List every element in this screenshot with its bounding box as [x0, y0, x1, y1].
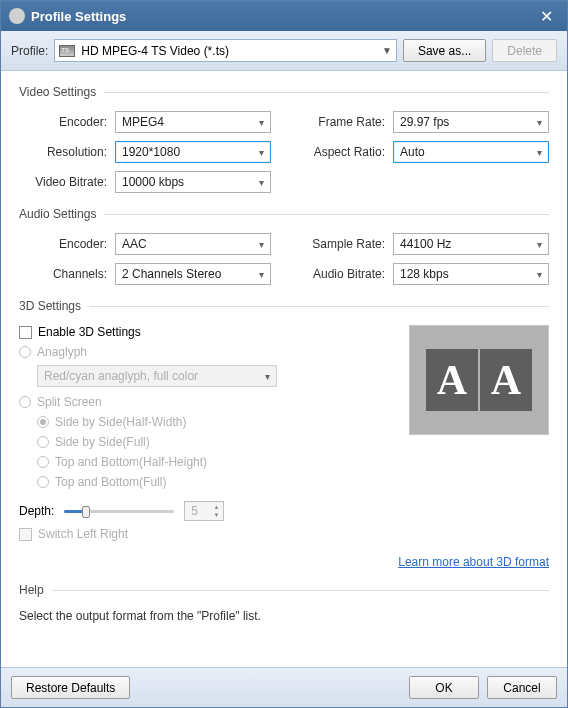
audio-encoder-value: AAC: [122, 237, 259, 251]
preview-left-a: A: [426, 349, 478, 411]
profile-label: Profile:: [11, 44, 48, 58]
chevron-down-icon: ▾: [537, 269, 542, 280]
video-bitrate-select[interactable]: 10000 kbps ▾: [115, 171, 271, 193]
depth-slider[interactable]: [64, 504, 174, 518]
video-settings-group: Video Settings Encoder: MPEG4 ▾ Frame Ra…: [19, 85, 549, 193]
aspect-value: Auto: [400, 145, 537, 159]
aspect-label: Aspect Ratio:: [297, 145, 393, 159]
audio-group-title: Audio Settings: [19, 207, 96, 221]
chevron-down-icon: ▾: [259, 177, 264, 188]
switch-lr-checkbox[interactable]: [19, 528, 32, 541]
anaglyph-value: Red/cyan anaglyph, full color: [44, 369, 265, 383]
chevron-down-icon: ▾: [259, 117, 264, 128]
framerate-select[interactable]: 29.97 fps ▾: [393, 111, 549, 133]
slider-thumb-icon: [82, 506, 90, 518]
channels-value: 2 Channels Stereo: [122, 267, 259, 281]
audio-bitrate-value: 128 kbps: [400, 267, 537, 281]
profile-select[interactable]: HD MPEG-4 TS Video (*.ts) ▼: [54, 39, 397, 62]
resolution-select[interactable]: 1920*1080 ▾: [115, 141, 271, 163]
tab-full-label: Top and Bottom(Full): [55, 475, 166, 489]
tab-full-radio[interactable]: [37, 476, 49, 488]
app-icon: [9, 8, 25, 24]
chevron-down-icon: ▾: [537, 239, 542, 250]
restore-defaults-label: Restore Defaults: [26, 681, 115, 695]
switch-lr-label: Switch Left Right: [38, 527, 128, 541]
window: Profile Settings ✕ Profile: HD MPEG-4 TS…: [0, 0, 568, 708]
chevron-down-icon: ▼: [210, 511, 222, 519]
chevron-down-icon: ▾: [537, 147, 542, 158]
ok-button[interactable]: OK: [409, 676, 479, 699]
samplerate-select[interactable]: 44100 Hz ▾: [393, 233, 549, 255]
audio-bitrate-label: Audio Bitrate:: [297, 267, 393, 281]
video-encoder-value: MPEG4: [122, 115, 259, 129]
channels-label: Channels:: [19, 267, 115, 281]
window-title: Profile Settings: [31, 9, 534, 24]
divider: [104, 92, 549, 93]
help-group-title: Help: [19, 583, 44, 597]
enable-3d-checkbox[interactable]: [19, 326, 32, 339]
resolution-label: Resolution:: [19, 145, 115, 159]
chevron-down-icon: ▾: [259, 269, 264, 280]
divider: [52, 590, 549, 591]
chevron-up-icon: ▲: [210, 503, 222, 511]
chevron-down-icon: ▾: [259, 147, 264, 158]
cancel-label: Cancel: [503, 681, 540, 695]
sbs-half-radio[interactable]: [37, 416, 49, 428]
framerate-value: 29.97 fps: [400, 115, 537, 129]
titlebar: Profile Settings ✕: [1, 1, 567, 31]
audio-bitrate-select[interactable]: 128 kbps ▾: [393, 263, 549, 285]
delete-label: Delete: [507, 44, 542, 58]
close-icon[interactable]: ✕: [534, 7, 559, 26]
sbs-full-radio[interactable]: [37, 436, 49, 448]
enable-3d-label: Enable 3D Settings: [38, 325, 141, 339]
aspect-ratio-select[interactable]: Auto ▾: [393, 141, 549, 163]
audio-settings-group: Audio Settings Encoder: AAC ▾ Sample Rat…: [19, 207, 549, 285]
chevron-down-icon: ▼: [382, 45, 392, 56]
anaglyph-mode-select[interactable]: Red/cyan anaglyph, full color ▾: [37, 365, 277, 387]
cancel-button[interactable]: Cancel: [487, 676, 557, 699]
profile-value: HD MPEG-4 TS Video (*.ts): [81, 44, 382, 58]
channels-select[interactable]: 2 Channels Stereo ▾: [115, 263, 271, 285]
3d-preview: A A: [409, 325, 549, 435]
help-group: Help Select the output format from the "…: [19, 583, 549, 623]
split-screen-radio[interactable]: [19, 396, 31, 408]
depth-label: Depth:: [19, 504, 54, 518]
resolution-value: 1920*1080: [122, 145, 259, 159]
delete-button[interactable]: Delete: [492, 39, 557, 62]
ok-label: OK: [435, 681, 452, 695]
save-as-label: Save as...: [418, 44, 471, 58]
divider: [89, 306, 549, 307]
chevron-down-icon: ▾: [259, 239, 264, 250]
bottom-bar: Restore Defaults OK Cancel: [1, 667, 567, 707]
sbs-half-label: Side by Side(Half-Width): [55, 415, 186, 429]
save-as-button[interactable]: Save as...: [403, 39, 486, 62]
sbs-full-label: Side by Side(Full): [55, 435, 150, 449]
help-text: Select the output format from the "Profi…: [19, 609, 549, 623]
depth-value: 5: [191, 504, 198, 518]
learn-more-link[interactable]: Learn more about 3D format: [19, 555, 549, 569]
content-area: Video Settings Encoder: MPEG4 ▾ Frame Ra…: [1, 71, 567, 667]
divider: [104, 214, 549, 215]
format-icon: [59, 45, 75, 57]
video-bitrate-label: Video Bitrate:: [19, 175, 115, 189]
video-encoder-label: Encoder:: [19, 115, 115, 129]
audio-encoder-select[interactable]: AAC ▾: [115, 233, 271, 255]
restore-defaults-button[interactable]: Restore Defaults: [11, 676, 130, 699]
split-screen-label: Split Screen: [37, 395, 102, 409]
profile-bar: Profile: HD MPEG-4 TS Video (*.ts) ▼ Sav…: [1, 31, 567, 71]
anaglyph-label: Anaglyph: [37, 345, 87, 359]
samplerate-label: Sample Rate:: [297, 237, 393, 251]
video-bitrate-value: 10000 kbps: [122, 175, 259, 189]
samplerate-value: 44100 Hz: [400, 237, 537, 251]
video-encoder-select[interactable]: MPEG4 ▾: [115, 111, 271, 133]
tab-half-label: Top and Bottom(Half-Height): [55, 455, 207, 469]
chevron-down-icon: ▾: [265, 371, 270, 382]
tab-half-radio[interactable]: [37, 456, 49, 468]
3d-settings-group: 3D Settings Enable 3D Settings Anaglyph: [19, 299, 549, 569]
anaglyph-radio[interactable]: [19, 346, 31, 358]
depth-spinner[interactable]: 5 ▲▼: [184, 501, 224, 521]
video-group-title: Video Settings: [19, 85, 96, 99]
3d-group-title: 3D Settings: [19, 299, 81, 313]
framerate-label: Frame Rate:: [297, 115, 393, 129]
preview-right-a: A: [480, 349, 532, 411]
